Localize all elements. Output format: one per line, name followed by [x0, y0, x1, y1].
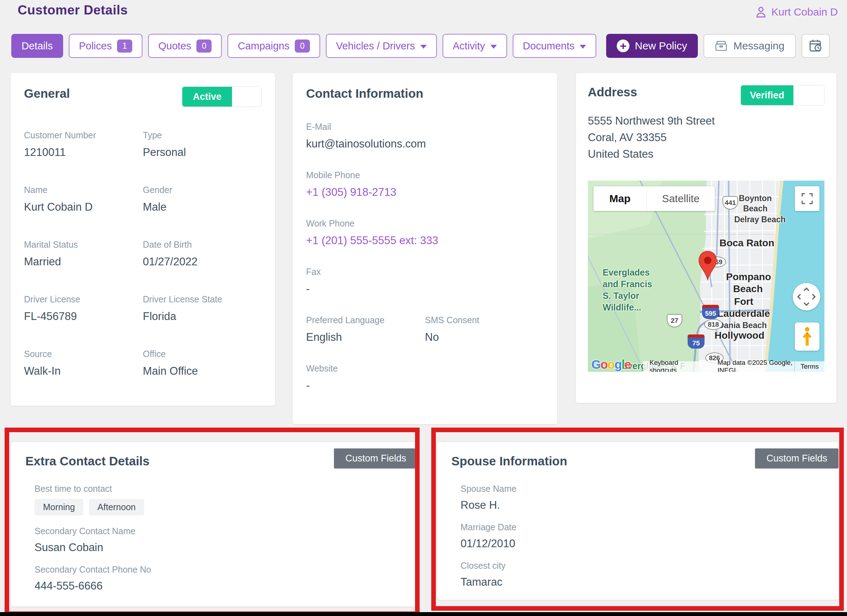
fullscreen-icon	[800, 192, 814, 205]
field-name: NameKurt Cobain D	[24, 185, 143, 213]
dropdown-documents[interactable]: Documents	[513, 34, 597, 58]
dropdown-vehicles-drivers[interactable]: Vehicles / Drivers	[326, 34, 437, 58]
toolbar: Details Polices 1 Quotes 0 Campaigns 0 V…	[11, 34, 837, 58]
field-preferred-language: Preferred LanguageEnglish	[306, 315, 425, 344]
address-card: Address Verified 5555 Northwest 9th Stre…	[576, 73, 837, 403]
new-policy-button[interactable]: + New Policy	[606, 34, 698, 58]
toggle-knob	[232, 87, 261, 106]
route-shield-75: 75	[688, 334, 705, 349]
contact-card: Contact Information E-Mailkurt@tainosolu…	[293, 73, 557, 424]
active-toggle[interactable]: Active	[182, 86, 262, 107]
field-driver-license-state: Driver License StateFlorida	[143, 294, 262, 323]
field-sms-consent: SMS ConsentNo	[425, 315, 544, 344]
address-card-title: Address	[588, 85, 637, 99]
google-map[interactable]: Boynton Beach Delray Beach Boca Raton Po…	[588, 181, 825, 372]
field-source: SourceWalk-In	[24, 349, 143, 378]
map-marker-pin	[697, 250, 718, 282]
map-type-control: Map Satellite	[593, 186, 715, 211]
general-card: General Active Customer Number1210011 Ty…	[10, 73, 275, 406]
work-phone-link[interactable]: +1 (201) 555-5555 ext: 333	[306, 234, 544, 247]
map-label-boynton-beach: Boynton Beach	[736, 194, 775, 214]
map-label-hollywood: Hollywood	[708, 329, 771, 341]
address-line-3: United States	[588, 146, 825, 162]
quotes-count-badge: 0	[196, 40, 212, 53]
route-shield-595: 595	[702, 305, 719, 319]
field-driver-license: Driver LicenseFL-456789	[24, 294, 143, 323]
google-logo[interactable]: Google	[591, 357, 631, 371]
pan-control[interactable]	[793, 283, 820, 310]
field-fax: Fax-	[306, 267, 544, 295]
plus-icon: +	[617, 40, 629, 52]
pan-arrows-icon	[796, 286, 817, 307]
route-shield-818: 818	[704, 319, 723, 330]
general-card-title: General	[24, 86, 70, 100]
fullscreen-button[interactable]	[795, 186, 819, 211]
field-customer-number: Customer Number1210011	[24, 130, 143, 159]
field-secondary-contact-phone: Secondary Contact Phone No 444-555-6666	[35, 564, 418, 592]
keyboard-shortcuts-link[interactable]: Keyboard shortcuts	[649, 359, 696, 372]
verified-toggle-label: Verified	[741, 86, 793, 105]
field-marital-status: Marital StatusMarried	[24, 239, 143, 268]
best-time-chip: Afternoon	[89, 499, 144, 516]
chevron-down-icon	[421, 45, 426, 49]
field-type: TypePersonal	[143, 130, 262, 159]
field-secondary-contact-name: Secondary Contact Name Susan Cobain	[35, 526, 418, 554]
best-time-chip: Morning	[35, 499, 83, 516]
map-label-delray-beach: Delray Beach	[728, 214, 792, 225]
polices-count-badge: 1	[117, 40, 132, 53]
map-label-everglades-wildlife: Everglades and Francis S. Taylor Wildlif…	[603, 267, 656, 313]
user-icon	[756, 6, 767, 18]
address-line-1: 5555 Northwest 9th Street	[588, 112, 825, 129]
chevron-down-icon	[580, 45, 586, 49]
campaigns-count-badge: 0	[295, 40, 310, 53]
spouse-card: Spouse Information Custom Fields Spouse …	[437, 442, 838, 600]
calendar-clock-icon	[809, 39, 823, 53]
mobile-phone-link[interactable]: +1 (305) 918-2713	[306, 186, 544, 199]
tab-details[interactable]: Details	[11, 34, 63, 58]
map-data-text: Map data ©2025 Google, INEGI	[717, 359, 795, 372]
field-email: E-Mailkurt@tainosolutions.com	[306, 122, 544, 150]
user-menu[interactable]: Kurt Cobain D	[756, 6, 838, 18]
field-spouse-name: Spouse Name Rose H.	[460, 484, 838, 511]
field-office: OfficeMain Office	[143, 349, 262, 378]
verified-toggle[interactable]: Verified	[741, 85, 825, 105]
contact-card-title: Contact Information	[306, 86, 544, 100]
map-label-fort-lauderdale: Fort Lauderdale	[712, 295, 775, 320]
custom-fields-button[interactable]: Custom Fields	[334, 448, 418, 468]
field-gender: GenderMale	[143, 185, 262, 213]
field-date-of-birth: Date of Birth01/27/2022	[143, 239, 262, 268]
toggle-knob	[793, 86, 824, 105]
calendar-button[interactable]	[801, 34, 830, 58]
tab-polices[interactable]: Polices 1	[69, 34, 142, 58]
tab-quotes[interactable]: Quotes 0	[148, 34, 222, 58]
tab-campaigns[interactable]: Campaigns 0	[227, 34, 320, 58]
map-type-satellite-button[interactable]: Satellite	[646, 186, 715, 211]
field-closest-city: Closest city Tamarac	[460, 561, 838, 588]
page-title: Customer Details	[18, 3, 128, 18]
field-website: Website-	[306, 363, 544, 392]
field-marriage-date: Marriage Date 01/12/2010	[460, 522, 838, 550]
pegman-icon	[801, 326, 813, 347]
map-label-pompano-beach: Pompano Beach	[726, 271, 770, 295]
map-label-boca-raton: Boca Raton	[713, 237, 781, 249]
field-work-phone: Work Phone +1 (201) 555-5555 ext: 333	[306, 219, 544, 247]
active-toggle-label: Active	[182, 87, 232, 106]
messaging-button[interactable]: Messaging	[704, 34, 796, 58]
window-edge-bar	[0, 612, 847, 616]
pegman-control[interactable]	[795, 322, 819, 351]
map-type-map-button[interactable]: Map	[593, 186, 646, 211]
map-attribution-bar: Keyboard shortcuts Map data ©2025 Google…	[643, 361, 825, 372]
terms-link[interactable]: Terms	[794, 362, 825, 371]
address-line-2: Coral, AV 33355	[588, 129, 825, 146]
dropdown-activity[interactable]: Activity	[443, 34, 507, 58]
chevron-down-icon	[490, 45, 497, 49]
user-name: Kurt Cobain D	[772, 6, 838, 18]
field-best-time: Best time to contact Morning Afternoon	[35, 484, 418, 516]
inbox-icon	[715, 40, 727, 52]
field-mobile-phone: Mobile Phone +1 (305) 918-2713	[306, 170, 544, 199]
extra-contact-card: Extra Contact Details Custom Fields Best…	[11, 442, 418, 607]
custom-fields-button[interactable]: Custom Fields	[755, 448, 838, 468]
